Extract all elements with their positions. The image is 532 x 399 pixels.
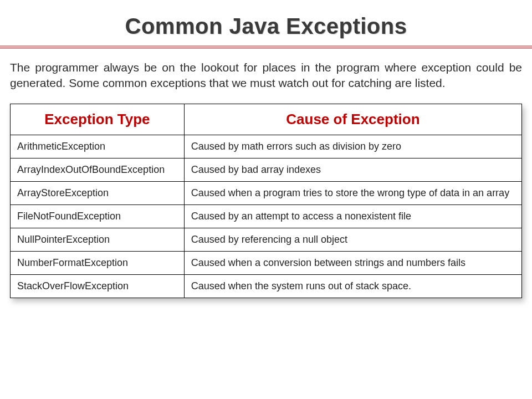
- cell-exception-cause: Caused by math errors such as division b…: [184, 135, 521, 158]
- cell-exception-type: ArrayStoreException: [11, 181, 185, 204]
- cell-exception-type: ArrayIndexOutOfBoundException: [11, 158, 185, 181]
- table-row: StackOverFlowException Caused when the s…: [11, 274, 522, 298]
- cell-exception-cause: Caused when a program tries to store the…: [184, 181, 521, 204]
- table-header-row: Exception Type Cause of Exception: [11, 104, 522, 135]
- table-row: FileNotFoundException Caused by an attem…: [11, 204, 522, 228]
- page-title: Common Java Exceptions: [0, 14, 532, 39]
- table-row: NullPointerException Caused by referenci…: [11, 228, 522, 251]
- intro-paragraph: The programmer always be on the lookout …: [0, 60, 532, 104]
- cell-exception-cause: Caused when a conversion between strings…: [184, 251, 521, 274]
- cell-exception-cause: Caused by an attempt to access a nonexis…: [184, 204, 521, 228]
- title-divider: [0, 45, 532, 49]
- table-row: ArrayIndexOutOfBoundException Caused by …: [11, 158, 522, 181]
- table-row: ArrayStoreException Caused when a progra…: [11, 181, 522, 204]
- cell-exception-cause: Caused when the system runs out of stack…: [184, 274, 521, 298]
- header-exception-type: Exception Type: [11, 104, 185, 135]
- cell-exception-cause: Caused by bad array indexes: [184, 158, 521, 181]
- cell-exception-type: StackOverFlowException: [11, 274, 185, 298]
- cell-exception-cause: Caused by referencing a null object: [184, 228, 521, 251]
- header-cause: Cause of Exception: [184, 104, 521, 135]
- cell-exception-type: NumberFormatException: [11, 251, 185, 274]
- cell-exception-type: ArithmeticException: [11, 135, 185, 158]
- table-row: NumberFormatException Caused when a conv…: [11, 251, 522, 274]
- table-row: ArithmeticException Caused by math error…: [11, 135, 522, 158]
- title-container: Common Java Exceptions: [0, 0, 532, 45]
- cell-exception-type: FileNotFoundException: [11, 204, 185, 228]
- cell-exception-type: NullPointerException: [11, 228, 185, 251]
- table-container: Exception Type Cause of Exception Arithm…: [0, 104, 532, 298]
- exceptions-table: Exception Type Cause of Exception Arithm…: [10, 104, 522, 298]
